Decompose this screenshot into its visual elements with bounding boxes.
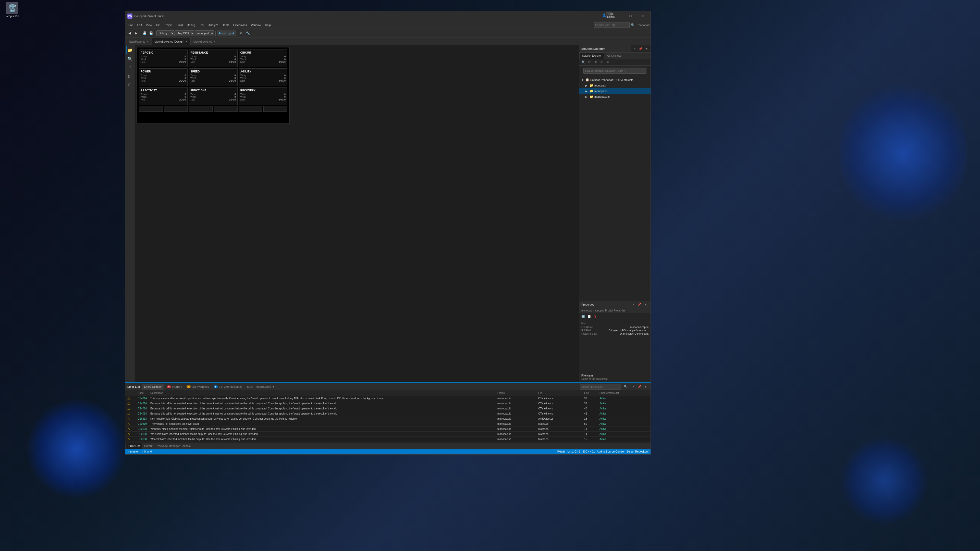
workout-btn-2[interactable] <box>164 106 188 112</box>
se-toolbar-expand[interactable]: ⊞ <box>593 60 598 65</box>
se-toolbar-filter[interactable]: ⚙ <box>599 60 605 65</box>
properties-close[interactable]: ✕ <box>631 302 636 307</box>
menu-git[interactable]: Git <box>154 22 162 27</box>
status-select-repository[interactable]: Select Repository <box>627 450 649 453</box>
error-tab-entire-solution[interactable]: Entire Solution <box>142 384 165 390</box>
error-row-4[interactable]: ⚠ CS8618 Non-nullable field 'Globals.out… <box>125 416 651 421</box>
col-header-code[interactable]: Code <box>137 392 149 394</box>
activity-search[interactable]: 🔍 <box>126 55 134 62</box>
tab-mewobacks-design-close[interactable]: ✕ <box>185 40 188 43</box>
solution-explorer-menu[interactable]: ▼ <box>644 46 649 51</box>
error-tab-warnings[interactable]: ⚠ 281 Warnings <box>185 384 211 390</box>
error-row-5[interactable]: ⚠ CS0219 The variable 'io' is declared b… <box>125 421 651 427</box>
workout-btn-5[interactable] <box>239 106 262 112</box>
properties-menu[interactable]: ▼ <box>643 302 649 307</box>
error-tab-messages[interactable]: ℹ 0 of 270 Messages <box>212 384 245 390</box>
se-toolbar-collapse[interactable]: ⊟ <box>587 60 592 65</box>
error-row-1[interactable]: ⚠ CS4014 Because this call is not awaite… <box>125 401 651 406</box>
maximize-button[interactable]: □ <box>625 12 636 20</box>
solution-explorer-pin[interactable]: 📌 <box>638 46 643 51</box>
error-panel-close[interactable]: ✕ <box>631 384 636 389</box>
menu-help[interactable]: Help <box>263 22 273 27</box>
toolbar-back[interactable]: ◀ <box>126 30 132 36</box>
menu-file[interactable]: File <box>126 22 135 27</box>
col-header-project[interactable]: Project <box>496 392 537 394</box>
tab-git-changes[interactable]: Git Changes <box>605 52 624 59</box>
output-tab-output[interactable]: Output <box>142 443 155 449</box>
error-search-btn[interactable]: 🔍 <box>623 384 628 389</box>
tab-startpage[interactable]: StartPage.cs ✕ <box>126 38 151 45</box>
error-row-0[interactable]: ⚠ CS4014 This async method lacks 'await'… <box>125 396 651 401</box>
app-canvas[interactable]: AEROBIC Today 0 Week 0 Next 0 <box>135 45 579 383</box>
status-source-control[interactable]: ⑂ master <box>127 450 139 453</box>
se-search-input[interactable] <box>584 68 646 74</box>
tree-item-monopad[interactable]: ▶ 📁 monopad <box>579 83 651 88</box>
recycle-bin-icon[interactable]: 🗑️ Recycle Bin <box>2 2 22 17</box>
menu-edit[interactable]: Edit <box>135 22 144 27</box>
tab-mewobacks-close[interactable]: ✕ <box>213 40 216 43</box>
error-row-2[interactable]: ⚠ CS4014 Because this call is not awaite… <box>125 406 651 411</box>
toolbar-save[interactable]: 💾 <box>142 30 148 36</box>
debug-config-dropdown[interactable]: Debug Release <box>156 30 175 36</box>
error-row-7[interactable]: ⚠ CS0108 'MfLocals' hides inherited memb… <box>125 432 651 437</box>
tab-mewobacks-design[interactable]: MewoBacks.cs [Design] ✕ <box>151 38 191 45</box>
platform-dropdown[interactable]: Any CPU <box>175 30 194 36</box>
error-panel-pin[interactable]: 📌 <box>637 384 642 389</box>
activity-explorer[interactable]: 📁 <box>126 46 134 54</box>
status-add-to-source[interactable]: Add to Source Control <box>597 450 625 453</box>
menu-test[interactable]: Test <box>197 22 207 27</box>
activity-git[interactable]: ⑂ <box>126 64 134 71</box>
col-header-file[interactable]: File <box>537 392 583 394</box>
project-dropdown[interactable]: monopad <box>195 30 215 36</box>
toolbar-extra-2[interactable]: 🔧 <box>245 30 251 36</box>
workout-btn-3[interactable] <box>189 106 213 112</box>
se-toolbar-extra[interactable]: ⋮ <box>644 60 649 65</box>
start-debug-button[interactable]: ▶ monopad <box>217 30 236 36</box>
properties-pin[interactable]: 📌 <box>637 302 642 307</box>
menu-view[interactable]: View <box>144 22 154 27</box>
error-tab-build[interactable]: Build + IntelliSense ▼ <box>245 384 277 390</box>
activity-extensions[interactable]: ⊞ <box>126 81 134 89</box>
menu-tools[interactable]: Tools <box>221 22 231 27</box>
status-position[interactable]: Ln 1, Ch 1 <box>567 450 580 453</box>
menu-build[interactable]: Build <box>175 22 185 27</box>
menu-analyze[interactable]: Analyze <box>207 22 221 27</box>
tab-mewobacks[interactable]: MewoBacks.cs ✕ <box>191 38 218 45</box>
se-toolbar-preview[interactable]: 👁 <box>605 60 611 65</box>
error-tab-errors[interactable]: 0 0 Errors <box>165 384 184 390</box>
col-header-suppression[interactable]: Suppression State <box>598 392 619 394</box>
props-sort-category[interactable]: 📑 <box>587 314 592 319</box>
se-toolbar-search[interactable]: 🔍 <box>580 60 586 65</box>
solution-explorer-close[interactable]: ✕ <box>632 46 637 51</box>
search-input[interactable] <box>594 22 630 28</box>
menu-debug[interactable]: Debug <box>185 22 197 27</box>
error-row-6[interactable]: ⚠ CS0108 'MfInputs' hides inherited memb… <box>125 427 651 432</box>
tab-startpage-close[interactable]: ✕ <box>146 40 149 43</box>
menu-window[interactable]: Window <box>249 22 263 27</box>
props-help[interactable]: ❓ <box>593 314 598 319</box>
props-sort-alpha[interactable]: 🔤 <box>580 314 586 319</box>
tree-item-monopads[interactable]: ▶ 📁 monopads <box>579 88 651 94</box>
status-errors[interactable]: ✕ 0 ⚠ 0 <box>141 450 152 453</box>
tree-item-monopadlib[interactable]: ▶ 📁 monopad.lib <box>579 94 651 100</box>
toolbar-forward[interactable]: ▶ <box>133 30 139 36</box>
toolbar-save-all[interactable]: 💾 <box>148 30 154 36</box>
workout-btn-4[interactable] <box>213 106 238 112</box>
error-row-8[interactable]: ⚠ CS0108 'MflocaI' hides inherited membe… <box>125 437 651 442</box>
close-button[interactable]: ✕ <box>637 12 649 20</box>
tab-solution-explorer[interactable]: Solution Explorer <box>579 52 605 59</box>
output-tab-error-list[interactable]: Error List <box>126 443 142 449</box>
minimize-button[interactable]: ─ <box>612 12 624 20</box>
output-tab-package-manager[interactable]: Package Manager Console <box>155 443 193 449</box>
workout-btn-1[interactable] <box>139 106 163 112</box>
toolbar-extra-1[interactable]: ⚙ <box>239 30 245 36</box>
error-panel-menu[interactable]: ▼ <box>643 384 649 389</box>
menu-project[interactable]: Project <box>162 22 174 27</box>
tree-root-solution[interactable]: ▼ 📋 Solution 'monopad' (3 of 3 projects) <box>579 77 651 83</box>
col-header-line[interactable]: Line <box>583 392 598 394</box>
search-button[interactable]: 🔍 <box>630 22 636 28</box>
menu-extensions[interactable]: Extensions <box>231 22 249 27</box>
live-share-button[interactable]: 👤 Live Share <box>606 12 612 18</box>
error-row-3[interactable]: ⚠ CS4014 Because this call is not awaite… <box>125 411 651 416</box>
activity-debug[interactable]: ▷ <box>126 72 134 80</box>
